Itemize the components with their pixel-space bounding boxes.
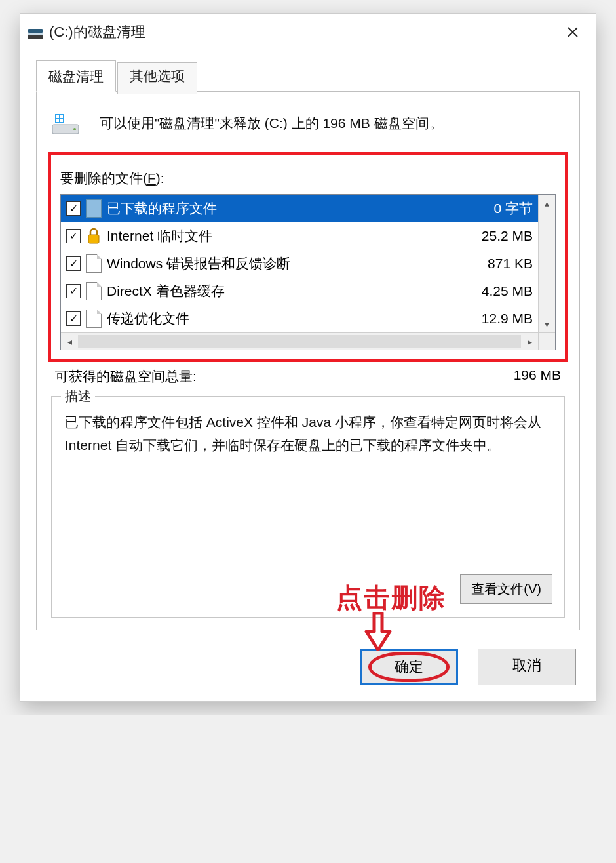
- close-icon: [567, 26, 579, 38]
- list-item-label: Windows 错误报告和反馈诊断: [107, 254, 481, 273]
- total-space-label: 可获得的磁盘空间总量:: [55, 367, 197, 386]
- drive-icon: [50, 106, 83, 140]
- window-title: (C:)的磁盘清理: [49, 22, 145, 42]
- vertical-scrollbar[interactable]: ▴ ▾: [538, 195, 555, 332]
- checkbox[interactable]: ✓: [66, 229, 81, 243]
- folder-icon: [86, 199, 102, 218]
- checkbox[interactable]: ✓: [66, 284, 81, 298]
- list-item-size: 0 字节: [487, 199, 533, 218]
- list-item-label: DirectX 着色器缓存: [107, 282, 475, 300]
- list-item[interactable]: ✓Internet 临时文件25.2 MB: [61, 222, 538, 250]
- lock-icon: [86, 227, 102, 245]
- list-item-size: 871 KB: [481, 256, 533, 271]
- svg-point-6: [73, 128, 76, 130]
- summary-text: 可以使用"磁盘清理"来释放 (C:) 上的 196 MB 磁盘空间。: [100, 114, 443, 132]
- list-item[interactable]: ✓Windows 错误报告和反馈诊断871 KB: [61, 250, 538, 277]
- checkbox[interactable]: ✓: [66, 201, 81, 216]
- description-legend: 描述: [61, 388, 95, 405]
- total-space-row: 可获得的磁盘空间总量: 196 MB: [55, 367, 561, 386]
- titlebar: (C:)的磁盘清理: [20, 14, 596, 50]
- checkbox[interactable]: ✓: [66, 256, 81, 271]
- tab-panel: 可以使用"磁盘清理"来释放 (C:) 上的 196 MB 磁盘空间。 要删除的文…: [36, 92, 580, 630]
- disk-cleanup-dialog: (C:)的磁盘清理 磁盘清理 其他选项: [20, 13, 596, 702]
- list-item-label: 传递优化文件: [107, 310, 475, 328]
- summary-row: 可以使用"磁盘清理"来释放 (C:) 上的 196 MB 磁盘空间。: [48, 106, 568, 140]
- scroll-up-button[interactable]: ▴: [539, 195, 555, 212]
- svg-rect-2: [56, 115, 59, 118]
- scroll-track[interactable]: [78, 335, 521, 348]
- list-item-label: 已下载的程序文件: [107, 199, 487, 218]
- list-item-size: 12.9 MB: [475, 311, 533, 327]
- dialog-content: 磁盘清理 其他选项 可以使用"磁盘清理"来释放 (C:) 上的 196: [20, 60, 596, 701]
- list-item[interactable]: ✓DirectX 着色器缓存4.25 MB: [61, 277, 538, 305]
- list-item-size: 25.2 MB: [475, 228, 533, 244]
- document-icon: [86, 282, 102, 300]
- svg-rect-3: [60, 115, 63, 118]
- view-files-button[interactable]: 查看文件(V): [460, 574, 552, 604]
- list-item-size: 4.25 MB: [475, 283, 533, 299]
- document-icon: [86, 310, 102, 328]
- dialog-button-bar: 确定 取消: [36, 649, 580, 685]
- document-icon: [86, 254, 102, 273]
- tab-disk-cleanup[interactable]: 磁盘清理: [36, 60, 116, 92]
- checkbox[interactable]: ✓: [66, 311, 81, 326]
- files-listbox[interactable]: ✓已下载的程序文件0 字节✓Internet 临时文件25.2 MB✓Windo…: [60, 194, 556, 350]
- svg-rect-5: [60, 119, 63, 122]
- description-text: 已下载的程序文件包括 ActiveX 控件和 Java 小程序，你查看特定网页时…: [65, 411, 551, 456]
- list-item[interactable]: ✓已下载的程序文件0 字节: [61, 195, 538, 222]
- scroll-right-button[interactable]: ▸: [521, 333, 538, 350]
- ok-button[interactable]: 确定: [360, 649, 458, 685]
- svg-rect-4: [56, 119, 59, 122]
- tab-strip: 磁盘清理 其他选项: [36, 60, 580, 92]
- files-to-delete-label: 要删除的文件(F):: [60, 169, 556, 188]
- annotation-highlight-box: 要删除的文件(F): ✓已下载的程序文件0 字节✓Internet 临时文件25…: [48, 152, 568, 362]
- app-icon: [28, 25, 43, 39]
- list-item-label: Internet 临时文件: [107, 227, 475, 245]
- scrollbar-corner: [538, 333, 555, 350]
- tab-more-options[interactable]: 其他选项: [117, 62, 197, 94]
- horizontal-scrollbar[interactable]: ◂ ▸: [61, 332, 555, 350]
- description-group: 描述 已下载的程序文件包括 ActiveX 控件和 Java 小程序，你查看特定…: [51, 396, 565, 618]
- scroll-down-button[interactable]: ▾: [539, 315, 555, 332]
- total-space-value: 196 MB: [514, 367, 561, 386]
- list-item[interactable]: ✓传递优化文件12.9 MB: [61, 305, 538, 332]
- scroll-track[interactable]: [539, 212, 555, 315]
- close-button[interactable]: [558, 19, 588, 45]
- cancel-button[interactable]: 取消: [478, 649, 576, 685]
- svg-rect-7: [88, 235, 99, 243]
- scroll-left-button[interactable]: ◂: [61, 333, 78, 350]
